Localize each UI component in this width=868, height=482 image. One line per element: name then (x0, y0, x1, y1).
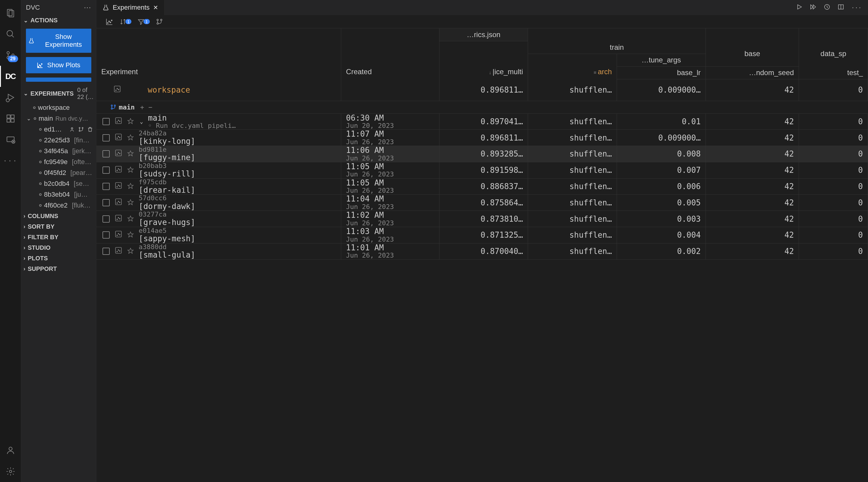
section-studio[interactable]: ›STUDIO (21, 243, 96, 253)
star-icon[interactable] (127, 117, 134, 126)
close-icon[interactable]: ✕ (153, 4, 158, 11)
col-group-train[interactable]: train (528, 41, 706, 54)
col-ndom-seed[interactable]: …ndom_seed (706, 66, 799, 79)
star-icon[interactable] (127, 149, 134, 158)
tree-exp-item[interactable]: 4f60ce2 [fluk… (21, 200, 96, 211)
tab-experiments[interactable]: Experiments ✕ (96, 0, 164, 15)
dvc-icon[interactable]: DC (0, 66, 21, 87)
tree-exp-item[interactable]: 34f645a [jerk… (21, 146, 96, 157)
star-icon[interactable] (127, 247, 134, 256)
run-debug-icon[interactable] (0, 87, 21, 108)
plot-toggle-icon[interactable] (105, 18, 113, 26)
plot-toggle-icon[interactable] (115, 149, 122, 159)
star-icon[interactable] (127, 182, 134, 191)
plot-toggle-icon[interactable] (115, 247, 122, 256)
sidebar-more-icon[interactable]: ··· (84, 4, 91, 11)
section-support[interactable]: ›SUPPORT (21, 264, 96, 274)
tree-exp-item[interactable]: 8b3eb04 [ju… (21, 189, 96, 200)
star-icon[interactable] (127, 133, 134, 142)
section-filter-by[interactable]: ›FILTER BY (21, 232, 96, 243)
refresh-icon[interactable] (824, 4, 830, 11)
run-all-icon[interactable] (810, 4, 816, 11)
plot-toggle-icon[interactable] (115, 181, 122, 191)
star-icon[interactable] (127, 230, 134, 239)
tree-main[interactable]: ⌄ main Run dvc.y… (21, 113, 96, 124)
row-checkbox[interactable] (102, 248, 110, 255)
section-plots[interactable]: ›PLOTS (21, 253, 96, 264)
experiments-table-wrap[interactable]: Experiment Created …rics.json ↓ |ice_mul… (96, 28, 868, 482)
col-group-data-sp[interactable]: data_sp (799, 41, 868, 66)
user-icon[interactable] (69, 126, 75, 133)
plot-toggle-icon[interactable] (115, 133, 122, 143)
tree-exp-item[interactable]: 22e25d3 [fin… (21, 135, 96, 146)
split-icon[interactable] (838, 4, 844, 11)
col-arch[interactable]: ≡ arch (528, 54, 617, 79)
col-group-base[interactable]: base (706, 41, 799, 66)
table-row[interactable]: b20bab3 [sudsy-rill] 11:05 AM Jun 26, 20… (96, 162, 868, 178)
trash-icon[interactable] (87, 126, 93, 133)
plot-toggle-icon[interactable] (115, 165, 122, 175)
table-row[interactable]: 57d0cc6 [dormy-dawk] 11:04 AM Jun 26, 20… (96, 195, 868, 211)
section-columns[interactable]: ›COLUMNS (21, 211, 96, 221)
search-icon[interactable] (0, 24, 21, 45)
account-icon[interactable] (0, 440, 21, 461)
remote-icon[interactable] (0, 129, 21, 150)
row-checkbox[interactable] (102, 167, 110, 174)
gear-icon[interactable] (0, 461, 21, 482)
tree-exp-item[interactable]: 0f45fd2 [pear… (21, 167, 96, 178)
table-row[interactable]: a3880dd [small-gula] 11:01 AM Jun 26, 20… (96, 243, 868, 259)
tree-exp-item[interactable]: ed1… (21, 124, 96, 135)
col-base-lr[interactable]: base_lr (617, 66, 706, 79)
plot-toggle-icon[interactable] (115, 230, 122, 240)
col-created[interactable]: Created (341, 28, 439, 79)
table-row[interactable]: f975cdb [drear-kail] 11:05 AM Jun 26, 20… (96, 178, 868, 195)
show-setup-button-partial[interactable] (26, 78, 91, 82)
sort-icon[interactable]: 1 (119, 18, 131, 25)
table-row[interactable]: 24ba82a [kinky-long] 11:07 AM Jun 26, 20… (96, 130, 868, 146)
tree-exp-item[interactable]: b2c0db4 [se… (21, 178, 96, 189)
col-group-metrics[interactable]: …rics.json (439, 28, 528, 41)
plot-toggle-icon[interactable] (115, 214, 122, 224)
star-icon[interactable] (127, 166, 134, 175)
table-row[interactable]: bd9811e [fuggy-mine] 11:06 AM Jun 26, 20… (96, 146, 868, 162)
row-checkbox[interactable] (102, 231, 110, 238)
explorer-icon[interactable] (0, 2, 21, 24)
row-checkbox[interactable] (102, 215, 110, 223)
table-row[interactable]: e014ae5 [sappy-mesh] 11:03 AM Jun 26, 20… (96, 227, 868, 243)
star-icon[interactable] (127, 198, 134, 207)
table-row-workspace[interactable]: workspace 0.896811… shufflen… 0.009000… … (96, 79, 868, 101)
branch-icon[interactable] (156, 18, 163, 25)
col-group-tune-args[interactable]: …tune_args (617, 54, 706, 66)
remove-branch-icon[interactable]: − (148, 104, 152, 111)
experiments-section-header[interactable]: ⌄ EXPERIMENTS 0 of 22 (… (21, 85, 96, 102)
plot-toggle-icon[interactable] (113, 85, 121, 95)
section-sort-by[interactable]: ›SORT BY (21, 221, 96, 232)
branch-action-icon[interactable] (78, 126, 84, 133)
show-plots-button[interactable]: Show Plots (26, 57, 91, 73)
star-icon[interactable] (127, 215, 134, 224)
row-checkbox[interactable] (102, 118, 110, 125)
filter-icon[interactable]: 1 (137, 18, 150, 25)
extensions-icon[interactable] (0, 108, 21, 129)
col-test[interactable]: test_ (799, 66, 868, 79)
col-experiment[interactable]: Experiment (96, 28, 341, 79)
show-experiments-button[interactable]: Show Experiments (26, 29, 91, 53)
row-checkbox[interactable] (102, 183, 110, 190)
table-row[interactable]: ⌄ main ◦ Run dvc.yaml pipeli… 06:30 AM J… (96, 113, 868, 130)
table-row[interactable]: 03277ca [grave-hugs] 11:02 AM Jun 26, 20… (96, 211, 868, 227)
tree-exp-item[interactable]: fc9549e [ofte… (21, 157, 96, 167)
row-checkbox[interactable] (102, 134, 110, 141)
col-ice-multi[interactable]: ↓ |ice_multi (439, 41, 528, 79)
branch-chip[interactable]: main + − (110, 104, 152, 111)
source-control-icon[interactable]: 29 (0, 45, 21, 66)
tree-workspace[interactable]: workspace (21, 102, 96, 113)
actions-section-header[interactable]: ⌄ ACTIONS (21, 15, 96, 26)
row-checkbox[interactable] (102, 150, 110, 158)
more-icon[interactable]: ··· (851, 5, 862, 10)
plot-toggle-icon[interactable] (115, 198, 122, 207)
add-branch-icon[interactable]: + (140, 104, 144, 111)
run-icon[interactable] (796, 4, 803, 11)
overflow-icon[interactable]: ··· (0, 150, 21, 171)
plot-toggle-icon[interactable] (115, 117, 122, 126)
row-checkbox[interactable] (102, 199, 110, 206)
